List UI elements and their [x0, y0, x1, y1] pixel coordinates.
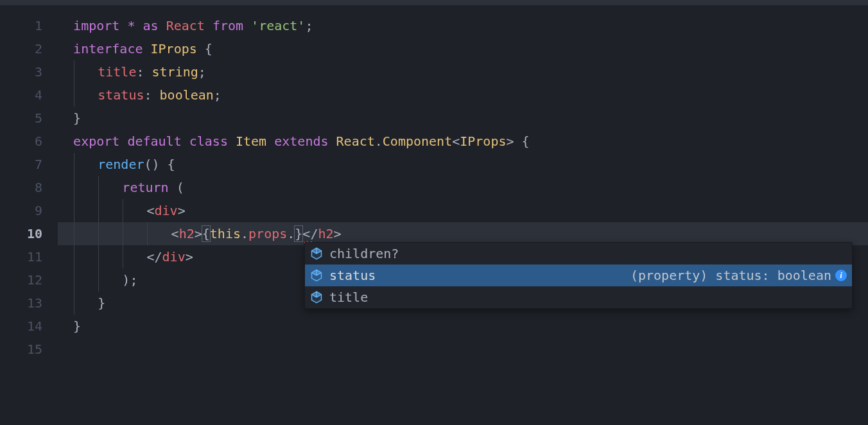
- punctuation: }: [98, 295, 105, 311]
- method-name: render: [98, 157, 144, 172]
- autocomplete-item-status[interactable]: status (property) status: boolean i: [305, 265, 852, 286]
- keyword-import: import: [73, 18, 119, 33]
- line-number: 6: [0, 130, 42, 153]
- identifier-react: React: [166, 18, 205, 33]
- code-line[interactable]: }: [58, 107, 868, 130]
- autocomplete-item-children[interactable]: children?: [305, 243, 852, 265]
- punctuation: ;: [214, 87, 221, 103]
- punctuation: </: [302, 226, 318, 241]
- code-line[interactable]: return (: [58, 176, 868, 199]
- line-number: 2: [0, 37, 42, 60]
- punctuation: ): [122, 272, 130, 288]
- punctuation: {: [522, 134, 530, 149]
- punctuation: ;: [305, 18, 313, 33]
- punctuation: }: [73, 110, 81, 126]
- punctuation: .: [375, 134, 383, 149]
- class-name: Item: [236, 134, 266, 149]
- jsx-tag: div: [162, 249, 186, 265]
- autocomplete-label: title: [329, 286, 368, 308]
- keyword-export: export: [73, 134, 119, 149]
- autocomplete-label: children?: [329, 243, 399, 265]
- line-number: 7: [0, 153, 42, 176]
- autocomplete-label: status: [329, 265, 376, 286]
- line-number: 5: [0, 107, 42, 130]
- punctuation: >: [507, 134, 514, 149]
- property: props: [248, 226, 287, 241]
- type: string: [152, 64, 198, 80]
- keyword-class: class: [189, 134, 228, 149]
- punctuation: :: [144, 87, 152, 103]
- code-line[interactable]: title: string;: [58, 60, 868, 83]
- jsx-tag: div: [155, 203, 178, 218]
- code-line[interactable]: <div>: [58, 199, 868, 222]
- punctuation: </: [146, 249, 162, 265]
- class-name: Component: [383, 134, 452, 149]
- operator-star: *: [127, 18, 135, 33]
- line-number-gutter: 1 2 3 4 5 6 7 8 9 10 11 12 13 14 15: [0, 5, 58, 425]
- line-number-active: 10: [0, 222, 42, 245]
- code-editor[interactable]: 1 2 3 4 5 6 7 8 9 10 11 12 13 14 15 impo…: [0, 5, 868, 425]
- punctuation: {: [168, 157, 175, 172]
- line-number: 13: [0, 291, 42, 315]
- punctuation: .: [241, 226, 248, 241]
- punctuation: ;: [130, 272, 137, 288]
- jsx-tag: h2: [179, 226, 195, 241]
- punctuation: >: [195, 226, 202, 241]
- keyword-return: return: [122, 180, 168, 195]
- line-number: 14: [0, 315, 42, 338]
- type-name: IProps: [460, 134, 506, 149]
- editor-top-bar: [0, 0, 868, 5]
- code-line[interactable]: import * as React from 'react';: [58, 14, 868, 37]
- code-content[interactable]: import * as React from 'react'; interfac…: [58, 5, 868, 425]
- autocomplete-detail: (property) status: boolean i: [630, 265, 847, 286]
- punctuation: <: [171, 226, 179, 241]
- keyword-from: from: [213, 18, 243, 33]
- code-line[interactable]: render() {: [58, 153, 868, 176]
- punctuation: :: [136, 64, 144, 80]
- punctuation: <: [452, 134, 460, 149]
- property-icon: [310, 247, 323, 260]
- code-line[interactable]: status: boolean;: [58, 83, 868, 107]
- punctuation: (): [144, 157, 159, 172]
- code-line[interactable]: interface IProps {: [58, 37, 868, 60]
- keyword-as: as: [143, 18, 158, 33]
- line-number: 15: [0, 338, 42, 361]
- autocomplete-popup[interactable]: children? status (property) status: bool…: [304, 242, 853, 309]
- keyword-default: default: [127, 134, 181, 149]
- keyword-extends: extends: [274, 134, 328, 149]
- namespace: React: [336, 134, 375, 149]
- keyword-interface: interface: [73, 41, 143, 56]
- code-line[interactable]: }: [58, 315, 868, 338]
- line-number: 3: [0, 60, 42, 83]
- type-name: IProps: [151, 41, 197, 56]
- property-key: status: [98, 87, 144, 103]
- line-number: 1: [0, 14, 42, 37]
- line-number: 11: [0, 245, 42, 268]
- jsx-expression-open: {: [202, 225, 211, 242]
- punctuation: >: [334, 226, 342, 241]
- punctuation: {: [205, 41, 213, 56]
- property-key: title: [98, 64, 136, 80]
- autocomplete-detail-text: (property) status: boolean: [630, 265, 831, 286]
- info-icon[interactable]: i: [835, 270, 847, 281]
- punctuation: }: [73, 318, 81, 334]
- punctuation: ;: [198, 64, 206, 80]
- punctuation: <: [146, 203, 154, 218]
- punctuation: >: [178, 203, 186, 218]
- jsx-tag: h2: [318, 226, 333, 241]
- code-line[interactable]: export default class Item extends React.…: [58, 130, 868, 153]
- punctuation: >: [186, 249, 193, 265]
- string-module: 'react': [251, 18, 305, 33]
- keyword-this: this: [210, 226, 241, 241]
- type: boolean: [160, 87, 214, 103]
- line-number: 9: [0, 199, 42, 222]
- line-number: 8: [0, 176, 42, 199]
- punctuation: (: [177, 180, 184, 195]
- autocomplete-item-title[interactable]: title: [305, 286, 852, 308]
- line-number: 12: [0, 268, 42, 291]
- property-icon: [310, 291, 323, 304]
- code-line[interactable]: [58, 338, 868, 361]
- line-number: 4: [0, 83, 42, 107]
- property-icon: [310, 269, 323, 282]
